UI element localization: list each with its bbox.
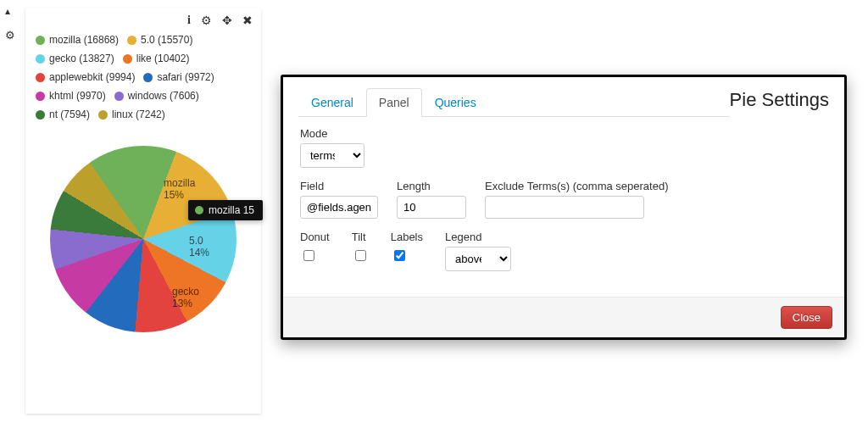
field-input[interactable]: [300, 196, 378, 219]
gear-icon[interactable]: ⚙: [201, 14, 212, 27]
legend-item[interactable]: windows (7606): [114, 88, 199, 103]
slice-label: mozilla15%: [164, 178, 195, 202]
legend-item[interactable]: khtml (9970): [36, 88, 106, 103]
settings-modal: General Panel Queries Pie Settings Mode …: [281, 75, 847, 340]
tab-general[interactable]: General: [298, 88, 366, 117]
legend-swatch-icon: [36, 92, 45, 101]
legend-item-label: windows (7606): [128, 88, 199, 103]
mode-select[interactable]: terms: [300, 143, 364, 168]
move-icon[interactable]: ✥: [222, 14, 232, 27]
tab-queries[interactable]: Queries: [422, 88, 489, 117]
legend-item-label: khtml (9970): [49, 88, 106, 103]
legend-item-label: like (10402): [136, 51, 190, 66]
labels-checkbox[interactable]: [394, 250, 405, 261]
modal-title: Pie Settings: [730, 89, 829, 111]
legend-item[interactable]: mozilla (16868): [36, 32, 119, 47]
legend-swatch-icon: [114, 92, 124, 101]
pie-chart[interactable]: mozilla15%5.014%gecko13%: [50, 146, 236, 332]
tilt-label: Tilt: [352, 231, 366, 243]
legend-item-label: 5.0 (15570): [141, 32, 192, 47]
panel-toolbar: i ⚙ ✥ ✖: [34, 14, 253, 31]
tooltip-text: mozilla 15: [209, 204, 254, 216]
info-icon[interactable]: i: [187, 14, 191, 27]
chart-legend: mozilla (16868)5.0 (15570)gecko (13827)l…: [34, 31, 253, 127]
legend-item[interactable]: applewebkit (9994): [36, 70, 135, 85]
legend-item-label: nt (7594): [49, 107, 90, 122]
legend-swatch-icon: [36, 73, 45, 82]
length-label: Length: [397, 180, 466, 192]
labels-label: Labels: [391, 231, 423, 243]
legend-item[interactable]: like (10402): [123, 51, 190, 66]
legend-swatch-icon: [36, 110, 45, 120]
exclude-label: Exclude Terms(s) (comma seperated): [485, 180, 669, 192]
close-icon[interactable]: ✖: [242, 14, 253, 27]
legend-item[interactable]: nt (7594): [36, 107, 90, 122]
length-input[interactable]: [397, 196, 466, 219]
legend-item[interactable]: linux (7242): [98, 107, 165, 122]
tab-panel[interactable]: Panel: [366, 88, 422, 117]
donut-checkbox[interactable]: [303, 250, 314, 261]
legend-item-label: linux (7242): [112, 107, 165, 122]
mode-label: Mode: [300, 127, 364, 140]
legend-item-label: safari (9972): [157, 70, 214, 85]
legend-swatch-icon: [36, 54, 45, 64]
tilt-checkbox[interactable]: [355, 250, 366, 261]
legend-item-label: gecko (13827): [49, 51, 114, 66]
legend-label: Legend: [445, 231, 481, 243]
legend-item[interactable]: gecko (13827): [36, 51, 114, 66]
donut-label: Donut: [300, 231, 330, 243]
exclude-input[interactable]: [485, 196, 644, 219]
legend-select[interactable]: above: [445, 247, 511, 271]
tooltip-swatch-icon: [195, 206, 203, 214]
legend-item-label: applewebkit (9994): [49, 70, 135, 85]
chart-tooltip: mozilla 15: [188, 200, 263, 220]
legend-item[interactable]: safari (9972): [143, 70, 214, 85]
legend-swatch-icon: [36, 36, 45, 45]
tabs: General Panel Queries: [298, 87, 730, 117]
legend-item-label: mozilla (16868): [49, 32, 119, 47]
close-button[interactable]: Close: [781, 306, 832, 329]
legend-item[interactable]: 5.0 (15570): [127, 32, 192, 47]
field-label: Field: [300, 180, 378, 192]
collapse-icon[interactable]: ▴: [5, 5, 15, 17]
legend-swatch-icon: [143, 73, 153, 82]
gear-icon[interactable]: ⚙: [5, 29, 15, 42]
legend-swatch-icon: [123, 54, 132, 64]
slice-label: gecko13%: [172, 286, 199, 310]
slice-label: 5.014%: [189, 236, 209, 259]
legend-swatch-icon: [98, 110, 108, 120]
legend-swatch-icon: [127, 36, 136, 45]
